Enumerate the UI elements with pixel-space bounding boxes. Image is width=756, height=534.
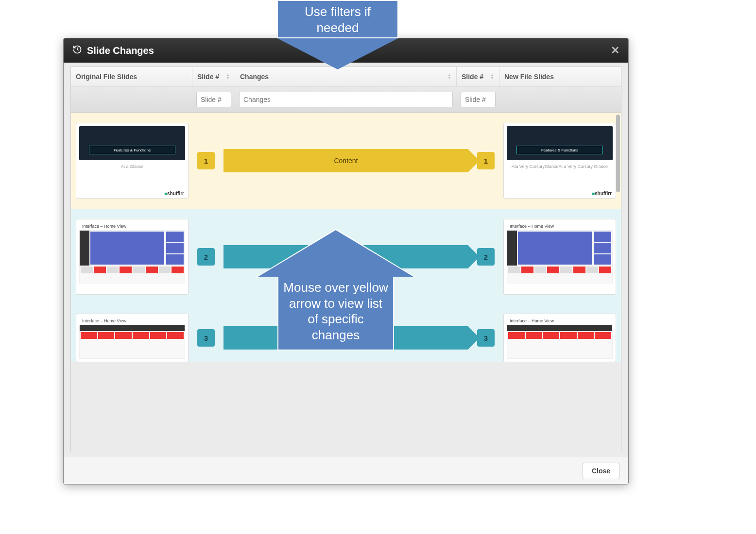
column-header-slide-right[interactable]: Slide # ▲▼	[457, 67, 499, 86]
original-slide-number: 1	[197, 152, 215, 169]
thumb-title: Interface – Home View	[79, 317, 185, 325]
new-slide-number: 1	[477, 152, 495, 169]
close-icon[interactable]: ✕	[611, 44, 619, 57]
callout-mouseover: Mouse over yellow arrow to view list of …	[258, 230, 414, 350]
filter-row	[70, 87, 621, 113]
column-header-slide-left[interactable]: Slide # ▲▼	[192, 67, 235, 86]
original-slide-number: 3	[197, 329, 215, 347]
column-header-changes[interactable]: Changes ▲▼	[235, 67, 457, 86]
change-label: Content	[334, 157, 358, 165]
dialog-title: Slide Changes	[87, 45, 154, 56]
thumb-subtitle: At a Glance	[120, 164, 143, 169]
scrollbar[interactable]	[616, 115, 620, 192]
thumb-title: Interface – Home View	[507, 317, 613, 325]
callout-text: Mouse over yellow arrow to view list of …	[277, 277, 394, 350]
sort-icon: ▲▼	[490, 74, 494, 80]
column-header-new[interactable]: New File Slides	[499, 67, 621, 86]
sort-icon: ▲▼	[226, 74, 230, 80]
history-icon	[72, 45, 82, 56]
brand-logo: ■shufflrr	[592, 191, 612, 196]
original-slide-thumbnail[interactable]: Interface – Home View	[76, 219, 189, 295]
close-button[interactable]: Close	[583, 463, 619, 479]
thumb-title: Features & Functions	[89, 146, 175, 154]
thumb-title: Features & Functions	[516, 146, 603, 154]
callout-filters: Use filters if needed	[277, 0, 398, 69]
new-slide-thumbnail[interactable]: Interface – Home View	[503, 219, 616, 295]
sort-icon: ▲▼	[447, 74, 451, 80]
callout-text: Use filters if needed	[277, 0, 398, 38]
original-slide-number: 2	[197, 248, 215, 266]
thumb-title: Interface – Home View	[507, 222, 613, 230]
new-slide-thumbnail[interactable]: Interface – Home View	[503, 314, 616, 362]
column-header-original[interactable]: Original File Slides	[71, 67, 192, 86]
original-slide-thumbnail[interactable]: Interface – Home View	[76, 314, 189, 362]
slide-right-filter-input[interactable]	[461, 92, 496, 107]
arrow-up-icon	[258, 230, 413, 277]
table-row: Features & Functions At a Glance ■shuffl…	[71, 113, 621, 209]
thumb-subtitle: Ata Very CursoryGlanceAt a Very Cursory …	[512, 164, 608, 169]
new-slide-number: 3	[477, 329, 495, 347]
new-slide-thumbnail[interactable]: Features & Functions Ata Very CursoryGla…	[503, 123, 616, 199]
arrow-down-icon	[277, 38, 398, 69]
original-slide-thumbnail[interactable]: Features & Functions At a Glance ■shuffl…	[76, 123, 189, 199]
dialog-footer: Close	[64, 457, 628, 484]
slide-left-filter-input[interactable]	[196, 92, 231, 107]
thumb-title: Interface – Home View	[79, 222, 185, 230]
changes-filter-input[interactable]	[239, 92, 453, 107]
new-slide-number: 2	[477, 248, 495, 266]
brand-logo: ■shufflrr	[164, 191, 184, 196]
change-arrow[interactable]: Content	[223, 149, 468, 172]
table-header: Original File Slides Slide # ▲▼ Changes …	[70, 67, 621, 87]
